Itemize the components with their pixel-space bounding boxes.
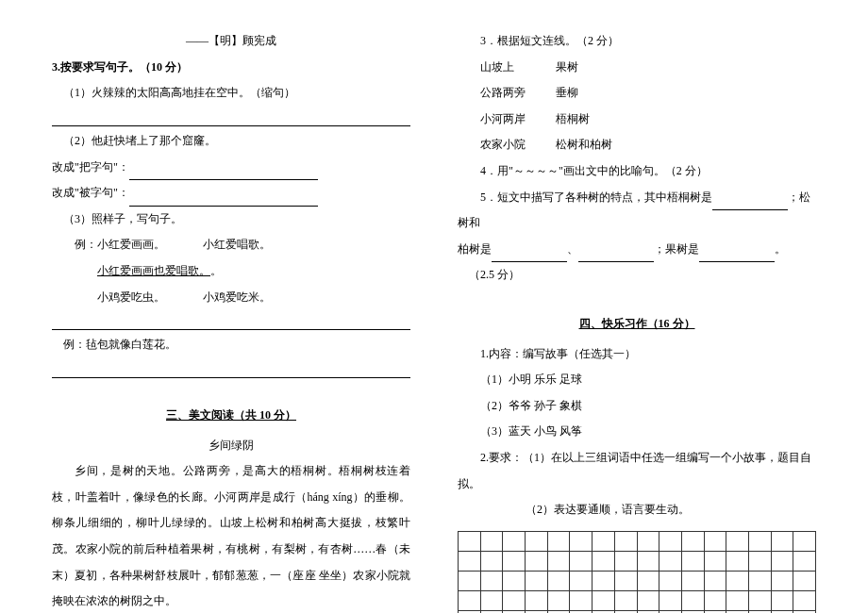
w1-1: （1）小明 乐乐 足球 bbox=[458, 367, 816, 393]
match-row: 公路两旁垂柳 bbox=[458, 80, 816, 107]
q3-3-ex2: 小红爱唱歌。 bbox=[203, 232, 271, 258]
q3-3-combined: 小红爱画画也爱唱歌。 bbox=[97, 264, 210, 277]
pq5-c: 柏树是 bbox=[458, 242, 492, 256]
match-row: 小河两岸梧桐树 bbox=[458, 107, 816, 133]
match-row: 山坡上果树 bbox=[458, 55, 816, 81]
q3-2: （2）他赶快堵上了那个窟窿。 bbox=[52, 128, 410, 155]
q3-1: （1）火辣辣的太阳高高地挂在空中。（缩句） bbox=[52, 80, 410, 107]
q3-3-given-row: 小鸡爱吃虫。 小鸡爱吃米。 bbox=[52, 285, 410, 311]
left-column: ——【明】顾宪成 3.按要求写句子。（10 分） （1）火辣辣的太阳高高地挂在空… bbox=[42, 28, 434, 585]
pq5-a: 5．短文中描写了各种树的特点，其中梧桐树是 bbox=[480, 191, 712, 204]
answer-blank bbox=[129, 167, 318, 180]
q3-3-a: 小鸡爱吃虫。 bbox=[97, 285, 165, 311]
match-right: 松树和柏树 bbox=[533, 132, 612, 158]
right-column: 3．根据短文连线。（2 分） 山坡上果树 公路两旁垂柳 小河两岸梧桐树 农家小院… bbox=[434, 28, 826, 585]
w1: 1.内容：编写故事（任选其一） bbox=[458, 341, 816, 368]
q3-3-combined-row: 小红爱画画也爱唱歌。。 bbox=[52, 258, 410, 285]
answer-blank bbox=[129, 192, 318, 206]
q3-3: （3）照样子，写句子。 bbox=[52, 207, 410, 233]
pq5-score: （2.5 分） bbox=[458, 262, 816, 289]
q3-title: 3.按要求写句子。（10 分） bbox=[52, 55, 410, 81]
answer-blank bbox=[492, 249, 567, 262]
section3-title: 三、美文阅读（共 10 分） bbox=[166, 408, 296, 422]
q3-2-ba: 改成"把字句"： bbox=[52, 160, 129, 174]
q3-3-ex1: 例：小红爱画画。 bbox=[75, 232, 165, 258]
w2: 2.要求：（1）在以上三组词语中任选一组编写一个小故事，题目自拟。 bbox=[458, 445, 816, 497]
match-left: 农家小院 bbox=[458, 132, 533, 158]
pq3: 3．根据短文连线。（2 分） bbox=[458, 28, 816, 55]
answer-line bbox=[52, 108, 410, 126]
pq5-d: 、 bbox=[567, 242, 578, 256]
pq5-e: ；果树是 bbox=[654, 242, 699, 256]
passage-title: 乡间绿阴 bbox=[52, 433, 410, 459]
attribution: ——【明】顾宪成 bbox=[52, 28, 410, 55]
q3-3-b: 小鸡爱吃米。 bbox=[203, 285, 271, 311]
pq5-row2: 柏树是、；果树是。 bbox=[458, 237, 816, 263]
match-right: 垂柳 bbox=[533, 80, 578, 107]
q3-4-ex: 例：毡包就像白莲花。 bbox=[52, 332, 410, 358]
section4-title: 四、快乐习作（16 分） bbox=[579, 317, 695, 330]
pq4: 4．用"～～～～"画出文中的比喻句。（2 分） bbox=[458, 158, 816, 185]
match-left: 公路两旁 bbox=[458, 80, 533, 107]
q3-2-bei-row: 改成"被字句"： bbox=[52, 180, 410, 207]
answer-line bbox=[52, 312, 410, 330]
pq5-f: 。 bbox=[775, 242, 786, 256]
q3-3-example-row: 例：小红爱画画。 小红爱唱歌。 bbox=[52, 232, 410, 258]
q3-2-ba-row: 改成"把字句"： bbox=[52, 155, 410, 181]
passage-body: 乡间，是树的天地。公路两旁，是高大的梧桐树。梧桐树枝连着枝，叶盖着叶，像绿色的长… bbox=[52, 458, 410, 613]
match-row: 农家小院松树和柏树 bbox=[458, 132, 816, 158]
w1-3: （3）蓝天 小鸟 风筝 bbox=[458, 419, 816, 445]
match-right: 果树 bbox=[533, 55, 578, 81]
w1-2: （2）爷爷 孙子 象棋 bbox=[458, 393, 816, 420]
match-left: 小河两岸 bbox=[458, 107, 533, 133]
match-right: 梧桐树 bbox=[533, 107, 590, 133]
answer-blank bbox=[699, 249, 775, 262]
answer-blank bbox=[578, 249, 654, 262]
writing-grid bbox=[458, 531, 816, 613]
answer-blank bbox=[712, 197, 788, 210]
q3-2-bei: 改成"被字句"： bbox=[52, 186, 129, 199]
match-left: 山坡上 bbox=[458, 55, 533, 81]
pq5-row: 5．短文中描写了各种树的特点，其中梧桐树是；松树和 bbox=[458, 185, 816, 237]
w2-2: （2）表达要通顺，语言要生动。 bbox=[458, 497, 816, 523]
answer-line bbox=[52, 360, 410, 378]
